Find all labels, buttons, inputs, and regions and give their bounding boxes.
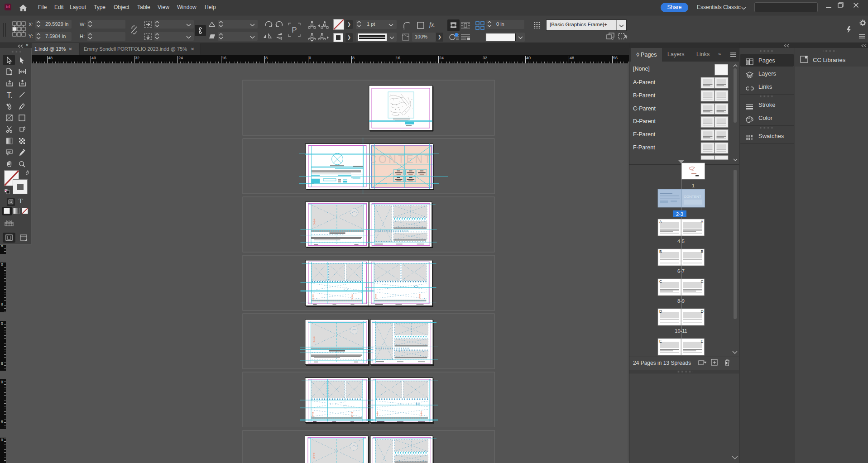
svg-text:P: P [292, 26, 297, 34]
svg-text:E: E [701, 339, 704, 344]
svg-text:B: B [659, 249, 662, 254]
svg-text:B: B [701, 249, 704, 254]
svg-text:T: T [7, 91, 11, 99]
svg-text:C: C [701, 279, 704, 284]
svg-text:CONTENT: CONTENT [684, 195, 701, 199]
svg-text:1: 1 [692, 183, 695, 188]
svg-text:10-11: 10-11 [675, 328, 687, 334]
svg-text:D: D [659, 309, 662, 314]
svg-text:A: A [701, 220, 704, 224]
svg-text:6-7: 6-7 [677, 268, 685, 274]
svg-text:2-3: 2-3 [676, 211, 683, 217]
svg-text:C: C [659, 279, 662, 284]
svg-text:E: E [659, 339, 662, 344]
svg-text:4-5: 4-5 [677, 239, 685, 244]
svg-text:CONTENT: CONTENT [369, 153, 433, 165]
svg-text:A: A [659, 220, 662, 224]
svg-text:8-9: 8-9 [677, 298, 685, 304]
svg-text:D: D [701, 309, 704, 314]
